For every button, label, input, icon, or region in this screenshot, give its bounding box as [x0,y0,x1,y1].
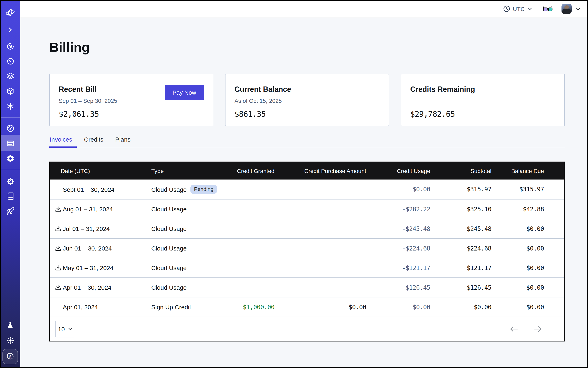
credit-purchase-cell [274,180,366,199]
page-size-value: 10 [58,325,65,332]
timer-icon[interactable] [0,56,20,66]
arrow-right-icon[interactable] [533,325,542,332]
credit-granted-cell [226,239,274,258]
page-title: Billing [49,40,565,55]
chevron-down-icon[interactable] [575,6,581,12]
invoice-type-cell: Cloud Usage Pending [148,180,226,199]
docs-book-icon[interactable] [0,191,20,201]
invoice-type-cell: Cloud Usage [148,258,226,277]
current-balance-amount: $861.35 [235,109,266,118]
tab-invoices[interactable]: Invoices [49,136,72,147]
credit-purchase-cell [274,239,366,258]
credit-purchase-cell [274,258,366,277]
download-invoice-icon[interactable] [55,225,62,232]
tab-plans[interactable]: Plans [115,136,131,147]
observability-spiral-icon[interactable] [0,41,20,51]
invoice-date-cell: May 01 – 31, 2024 [50,258,148,277]
invoice-type-cell: Cloud Usage [148,278,226,297]
invoice-type-cell: Cloud Usage [148,219,226,238]
invoice-date-cell: Apr 01, 2024 [50,297,148,317]
credits-remaining-card: Credits Remaining $29,782.65 [401,74,565,126]
dollar-badge-icon[interactable]: $ [2,349,18,364]
invoice-type: Cloud Usage [151,206,187,212]
credit-granted-cell [226,200,274,219]
subtotal-cell: $224.68 [430,239,491,258]
credit-granted-cell: $1,000.00 [226,297,274,317]
sidebar: $ [0,0,20,368]
main-content: Billing Recent Bill Sep 01 – Sep 30, 202… [20,18,588,368]
clock-icon [503,5,510,13]
orbit-logo-icon[interactable] [0,8,20,18]
layers-icon[interactable] [0,71,20,81]
column-header-type: Type [148,162,226,180]
invoice-table: Date (UTC) Type Credit Granted Credit Pu… [49,162,565,341]
chevron-down-icon [68,326,72,331]
invoice-table-body: Sept 01 – 30, 2024 Cloud Usage Pending $… [50,180,564,317]
invoice-date: Sept 01 – 30, 2024 [63,186,115,193]
column-header-subtotal: Subtotal [430,162,491,180]
sidebar-divider [0,169,20,169]
column-header-date: Date (UTC) [50,162,148,180]
subtotal-cell: $245.48 [430,219,491,238]
invoice-type: Cloud Usage [151,264,187,271]
download-invoice-icon[interactable] [55,206,62,212]
tab-credits[interactable]: Credits [84,136,104,147]
credit-purchase-cell [274,219,366,238]
balance-due-cell: $0.00 [491,239,564,258]
recent-bill-amount: $2,061.35 [59,109,99,118]
settings-gear-icon[interactable] [0,153,20,163]
invoice-date-cell: Sept 01 – 30, 2024 [50,180,148,199]
invoice-row: Jun 01 – 30, 2024 Cloud Usage -$224.68 $… [50,238,564,258]
pay-now-button[interactable]: Pay Now [165,85,204,100]
credit-purchase-cell: $0.00 [274,297,366,317]
cube-icon[interactable] [0,86,20,96]
credit-granted-cell [226,180,274,199]
billing-tabs: Invoices Credits Plans [49,136,565,147]
invoice-date-cell: Apr 01 – 30, 2024 [50,278,148,297]
credit-usage-cell: -$121.17 [366,258,430,277]
column-header-credit-purchase: Credit Purchase Amount [274,162,366,180]
invoice-row: Apr 01 – 30, 2024 Cloud Usage -$126.45 $… [50,277,564,297]
credit-purchase-cell [274,200,366,219]
invoice-row: May 01 – 31, 2024 Cloud Usage -$121.17 $… [50,258,564,277]
invoice-date: Aug 01 – 31, 2024 [63,206,113,212]
credit-usage-cell: -$245.48 [366,219,430,238]
download-invoice-icon[interactable] [55,284,62,291]
invoice-type: Cloud Usage [151,186,187,193]
balance-due-cell: $42.88 [491,200,564,219]
page-size-select[interactable]: 10 [55,321,75,337]
card-title: Credits Remaining [410,85,555,94]
rocket-icon[interactable] [0,206,20,216]
download-invoice-icon[interactable] [55,264,62,271]
chevron-right-icon[interactable] [0,25,20,35]
column-header-credit-granted: Credit Granted [226,162,274,180]
invoice-type-cell: Sign Up Credit [148,297,226,317]
sun-icon[interactable] [0,335,20,345]
invoice-date: Apr 01, 2024 [63,304,98,311]
user-avatar[interactable] [561,4,572,14]
flask-icon[interactable] [0,320,20,330]
timezone-selector[interactable]: UTC [503,5,533,13]
invoice-type: Cloud Usage [151,225,187,232]
credit-granted-cell [226,219,274,238]
arrow-left-icon[interactable] [510,325,518,332]
asterisk-icon[interactable] [0,101,20,111]
invoice-type-cell: Cloud Usage [148,200,226,219]
invoice-table-header: Date (UTC) Type Credit Granted Credit Pu… [50,162,564,180]
dashboard-gauge-icon[interactable] [0,123,20,133]
download-invoice-icon[interactable] [55,245,62,252]
helm-wheel-icon[interactable] [0,176,20,186]
svg-text:$: $ [9,354,11,359]
summary-cards: Recent Bill Sep 01 – Sep 30, 2025 $2,061… [49,74,565,126]
invoice-date-cell: Aug 01 – 31, 2024 [50,200,148,219]
balance-due-cell: $315.97 [491,180,564,199]
reading-glasses-icon[interactable] [543,6,552,12]
billing-page: $ UTC [0,0,588,368]
credit-purchase-cell [274,278,366,297]
billing-card-icon[interactable] [0,138,20,148]
invoice-type: Cloud Usage [151,284,187,291]
timezone-label: UTC [513,6,525,12]
balance-as-of: As of Oct 15, 2025 [235,98,380,104]
pagination-arrows [510,325,542,332]
column-header-balance-due: Balance Due [491,162,564,180]
